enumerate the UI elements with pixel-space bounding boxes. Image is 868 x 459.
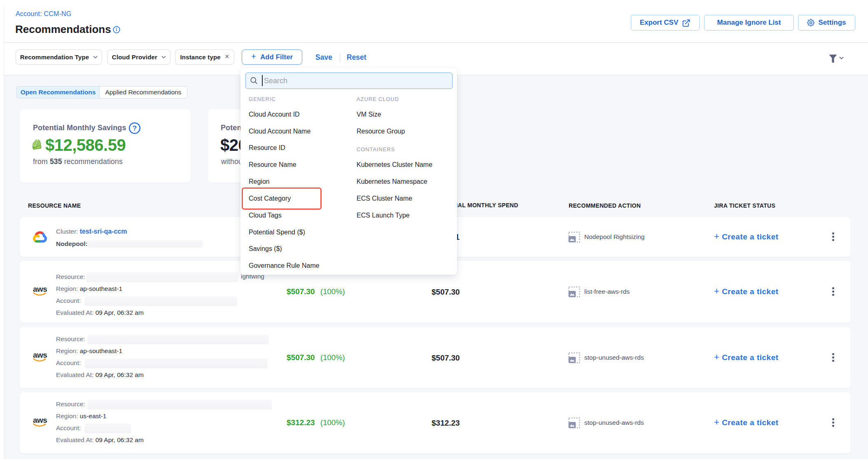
svg-text:?: ? <box>133 124 137 132</box>
